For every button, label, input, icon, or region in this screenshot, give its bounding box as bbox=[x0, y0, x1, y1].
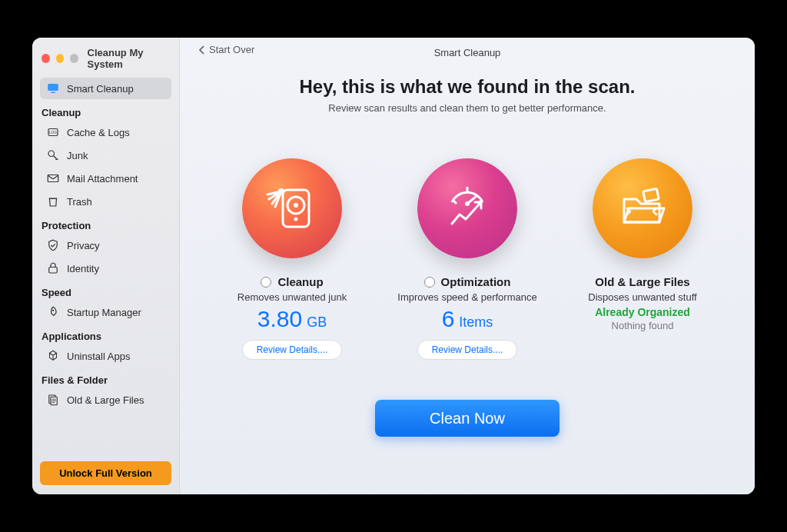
sidebar-item-label: Startup Manager bbox=[67, 307, 141, 318]
optimization-review-button[interactable]: Review Details.... bbox=[417, 340, 518, 360]
monitor-icon bbox=[46, 81, 60, 95]
cleanup-radio[interactable] bbox=[261, 277, 271, 288]
clean-now-button[interactable]: Clean Now bbox=[375, 400, 560, 437]
metric-value: 3.80 bbox=[257, 306, 302, 332]
close-icon[interactable] bbox=[42, 54, 50, 63]
card-subtitle: Improves speed & performance bbox=[397, 291, 536, 303]
card-old-large-files: Old & Large Files Disposes unwanted stuf… bbox=[558, 158, 727, 360]
minimize-icon[interactable] bbox=[56, 54, 65, 63]
sidebar-section-files: Files & Folder bbox=[40, 368, 171, 389]
cleanup-graphic bbox=[242, 158, 342, 258]
sidebar-item-label: Cache & Logs bbox=[67, 127, 130, 138]
files-note: Nothing found bbox=[612, 320, 674, 331]
svg-rect-24 bbox=[643, 188, 659, 201]
sidebar-item-label: Junk bbox=[67, 150, 88, 161]
svg-rect-6 bbox=[49, 268, 58, 274]
svg-rect-10 bbox=[283, 190, 309, 227]
sidebar: Cleanup My System Smart Cleanup Cleanup … bbox=[32, 38, 180, 494]
headline: Hey, this is what we found in the scan. bbox=[300, 76, 636, 98]
sidebar-section-cleanup: Cleanup bbox=[40, 101, 171, 121]
sidebar-item-privacy[interactable]: Privacy bbox=[40, 234, 171, 256]
sidebar-item-uninstall-apps[interactable]: Uninstall Apps bbox=[40, 345, 171, 367]
files-graphic bbox=[593, 158, 692, 258]
card-title: Cleanup bbox=[277, 275, 323, 288]
cleanup-metric: 3.80 GB bbox=[257, 306, 327, 332]
trash-icon bbox=[46, 195, 60, 208]
app-icon bbox=[46, 349, 60, 363]
files-status: Already Organized bbox=[595, 306, 690, 318]
subheadline: Review scan results and clean them to ge… bbox=[328, 102, 606, 114]
card-subtitle: Disposes unwanted stuff bbox=[588, 291, 696, 303]
card-title: Optimization bbox=[441, 275, 511, 288]
optimization-radio[interactable] bbox=[424, 277, 435, 288]
page-title: Smart Cleanup bbox=[434, 47, 501, 58]
sidebar-item-label: Mail Attachment bbox=[67, 173, 138, 185]
main-content: Start Over Smart Cleanup Hey, this is wh… bbox=[180, 38, 755, 494]
card-cleanup: Cleanup Removes unwanted junk 3.80 GB Re… bbox=[208, 158, 377, 360]
card-optimization: Optimization Improves speed & performanc… bbox=[383, 158, 552, 360]
sidebar-item-label: Old & Large Files bbox=[67, 394, 144, 406]
sidebar-item-trash[interactable]: Trash bbox=[40, 191, 171, 212]
svg-rect-5 bbox=[48, 175, 58, 182]
start-over-button[interactable]: Start Over bbox=[198, 44, 254, 55]
svg-rect-0 bbox=[48, 84, 58, 91]
mail-icon bbox=[46, 171, 60, 185]
back-label: Start Over bbox=[209, 44, 254, 55]
card-title: Old & Large Files bbox=[595, 275, 689, 288]
files-icon bbox=[46, 393, 60, 407]
sidebar-item-label: Trash bbox=[67, 196, 92, 208]
result-cards: Cleanup Removes unwanted junk 3.80 GB Re… bbox=[198, 158, 736, 360]
sidebar-item-junk[interactable]: Junk bbox=[40, 145, 171, 166]
lock-icon bbox=[46, 261, 60, 275]
svg-point-13 bbox=[294, 218, 298, 221]
sidebar-section-protection: Protection bbox=[40, 214, 171, 234]
sidebar-item-identity[interactable]: Identity bbox=[40, 258, 171, 279]
sidebar-section-applications: Applications bbox=[40, 324, 171, 345]
topbar: Start Over Smart Cleanup bbox=[198, 44, 736, 61]
sidebar-item-label: Uninstall Apps bbox=[67, 351, 130, 362]
chevron-left-icon bbox=[198, 45, 206, 55]
sidebar-item-startup-manager[interactable]: Startup Manager bbox=[40, 301, 171, 323]
svg-point-12 bbox=[294, 203, 298, 208]
metric-unit: GB bbox=[307, 314, 327, 331]
app-title: Cleanup My System bbox=[88, 47, 171, 70]
sidebar-item-label: Identity bbox=[67, 263, 99, 274]
optimization-metric: 6 Items bbox=[442, 306, 493, 332]
cleanup-review-button[interactable]: Review Details.... bbox=[242, 340, 343, 360]
svg-point-7 bbox=[52, 310, 54, 311]
app-window: Cleanup My System Smart Cleanup Cleanup … bbox=[32, 38, 755, 494]
shield-icon bbox=[46, 238, 60, 252]
sidebar-section-speed: Speed bbox=[40, 281, 171, 301]
card-subtitle: Removes unwanted junk bbox=[237, 291, 347, 303]
sidebar-item-mail-attachment[interactable]: Mail Attachment bbox=[40, 168, 171, 189]
log-icon: LOG bbox=[46, 125, 60, 139]
unlock-full-version-button[interactable]: Unlock Full Version bbox=[40, 461, 171, 485]
window-controls: Cleanup My System bbox=[40, 44, 171, 78]
rocket-icon bbox=[46, 305, 60, 319]
sidebar-item-label: Smart Cleanup bbox=[67, 83, 134, 95]
junk-icon bbox=[46, 148, 60, 162]
zoom-icon[interactable] bbox=[70, 54, 78, 63]
svg-point-4 bbox=[48, 151, 55, 157]
metric-value: 6 bbox=[442, 306, 455, 332]
optimization-graphic bbox=[417, 158, 517, 258]
svg-line-19 bbox=[453, 201, 457, 204]
svg-rect-1 bbox=[51, 92, 55, 94]
svg-text:LOG: LOG bbox=[49, 131, 57, 135]
sidebar-item-cache-logs[interactable]: LOG Cache & Logs bbox=[40, 121, 171, 143]
sidebar-item-old-large-files[interactable]: Old & Large Files bbox=[40, 389, 171, 411]
svg-point-18 bbox=[278, 188, 284, 195]
sidebar-item-smart-cleanup[interactable]: Smart Cleanup bbox=[40, 78, 171, 99]
sidebar-item-label: Privacy bbox=[67, 240, 100, 251]
metric-unit: Items bbox=[459, 314, 493, 331]
